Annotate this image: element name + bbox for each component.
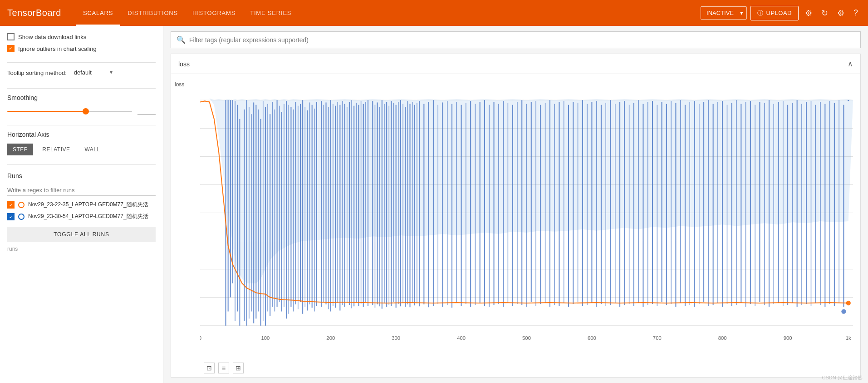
chart-title: loss: [178, 60, 190, 68]
search-bar: 🔍: [171, 31, 861, 48]
status-select[interactable]: INACTIVE: [701, 6, 747, 20]
horizontal-axis-title: Horizontal Axis: [7, 131, 156, 138]
logo: TensorBoard: [7, 8, 61, 18]
svg-text:300: 300: [392, 335, 400, 341]
chart-svg: 1.3e+3 1.25e+3 1.2e+3 1.15e+3 1.1e+3 1.0…: [200, 81, 853, 344]
search-icon: 🔍: [177, 35, 186, 44]
divider-3: [7, 125, 156, 125]
runs-footer-label: runs: [7, 246, 156, 252]
svg-text:600: 600: [588, 335, 596, 341]
fit-screen-icon[interactable]: ⊡: [204, 363, 215, 373]
smoothing-title: Smoothing: [7, 94, 156, 101]
tooltip-select[interactable]: default ascending descending nearest: [72, 68, 113, 77]
list-view-icon[interactable]: ≡: [218, 363, 229, 373]
run1-name: Nov29_23-22-35_LAPTOP-LGED0M77_随机失活: [28, 201, 148, 209]
nav-time-series[interactable]: TIME SERIES: [243, 0, 299, 26]
content-area: 🔍 loss ∧ loss: [163, 26, 868, 383]
expand-icon[interactable]: ⊞: [233, 363, 244, 373]
svg-text:200: 200: [326, 335, 335, 341]
status-selector[interactable]: INACTIVE: [701, 6, 747, 20]
nav-histograms[interactable]: HISTOGRAMS: [185, 0, 243, 26]
svg-text:100: 100: [261, 335, 270, 341]
svg-text:0: 0: [200, 335, 201, 341]
run2-color-dot: [18, 214, 25, 220]
upload-button[interactable]: ⓘ UPLOAD: [750, 6, 799, 20]
slider-track: [7, 111, 132, 112]
nav-distributions[interactable]: DISTRIBUTIONS: [120, 0, 185, 26]
toggle-all-runs-button[interactable]: TOGGLE ALL RUNS: [7, 227, 156, 242]
axis-wall-button[interactable]: WALL: [79, 144, 105, 155]
svg-point-203: [846, 301, 851, 305]
chart-body: loss: [171, 74, 860, 377]
info-icon: ⓘ: [757, 9, 764, 17]
show-download-row: Show data download links: [7, 33, 156, 40]
chart-y-label: loss: [175, 81, 184, 88]
runs-section: Runs Nov29_23-22-35_LAPTOP-LGED0M77_随机失活…: [7, 172, 156, 252]
show-download-label: Show data download links: [18, 34, 86, 40]
runs-filter-input[interactable]: [7, 185, 156, 196]
svg-text:700: 700: [653, 335, 662, 341]
header-right: INACTIVE ⓘ UPLOAD ⚙ ↻ ⚙ ?: [701, 5, 861, 21]
ignore-outliers-label: Ignore outliers in chart scaling: [18, 45, 97, 52]
tooltip-row: Tooltip sorting method: default ascendin…: [7, 68, 156, 77]
chart-footer: ⊡ ≡ ⊞: [175, 359, 857, 377]
ignore-outliers-row: Ignore outliers in chart scaling: [7, 45, 156, 52]
svg-text:900: 900: [784, 335, 792, 341]
watermark: CSDN @征途踏然: [822, 374, 863, 381]
run1-color-dot: [18, 202, 25, 208]
run2-name: Nov29_23-30-54_LAPTOP-LGED0M77_随机失活: [28, 213, 148, 220]
settings-icon[interactable]: ⚙: [834, 5, 847, 21]
axis-step-button[interactable]: STEP: [7, 144, 33, 155]
ignore-outliers-checkbox[interactable]: [7, 45, 15, 52]
svg-text:400: 400: [457, 335, 466, 341]
divider-1: [7, 62, 156, 63]
main-layout: Show data download links Ignore outliers…: [0, 26, 868, 383]
tooltip-label: Tooltip sorting method:: [7, 70, 67, 76]
run1-checkbox[interactable]: [7, 201, 15, 209]
smoothing-row: 0.6: [7, 107, 156, 116]
axis-relative-button[interactable]: RELATIVE: [37, 144, 75, 155]
divider-2: [7, 88, 156, 89]
chart-panel: loss ∧ loss: [171, 54, 861, 378]
nav-scalars[interactable]: SCALARS: [76, 0, 120, 26]
chart-area: 1.3e+3 1.25e+3 1.2e+3 1.15e+3 1.1e+3 1.0…: [200, 81, 853, 344]
chart-header: loss ∧: [171, 54, 860, 74]
axis-buttons: STEP RELATIVE WALL: [7, 144, 156, 155]
sidebar: Show data download links Ignore outliers…: [0, 26, 163, 383]
tooltip-select-wrapper[interactable]: default ascending descending nearest: [72, 68, 113, 77]
refresh-icon[interactable]: ↻: [819, 5, 831, 21]
chart-collapse-icon[interactable]: ∧: [848, 60, 853, 68]
slider-thumb[interactable]: [83, 108, 89, 114]
smoothing-value-input[interactable]: 0.6: [137, 108, 156, 115]
run2-checkbox[interactable]: [7, 213, 15, 220]
svg-text:800: 800: [718, 335, 727, 341]
header: TensorBoard SCALARS DISTRIBUTIONS HISTOG…: [0, 0, 868, 26]
smoothing-slider[interactable]: [7, 107, 132, 116]
settings-outline-icon[interactable]: ⚙: [802, 5, 815, 21]
divider-4: [7, 164, 156, 165]
run-item-2[interactable]: Nov29_23-30-54_LAPTOP-LGED0M77_随机失活: [7, 213, 156, 220]
svg-point-204: [841, 309, 846, 313]
search-input[interactable]: [189, 36, 855, 44]
svg-text:500: 500: [522, 335, 531, 341]
runs-title: Runs: [7, 172, 156, 179]
show-download-checkbox[interactable]: [7, 33, 15, 40]
svg-text:1k: 1k: [846, 335, 851, 341]
run-item-1[interactable]: Nov29_23-22-35_LAPTOP-LGED0M77_随机失活: [7, 201, 156, 209]
help-icon[interactable]: ?: [851, 5, 861, 20]
